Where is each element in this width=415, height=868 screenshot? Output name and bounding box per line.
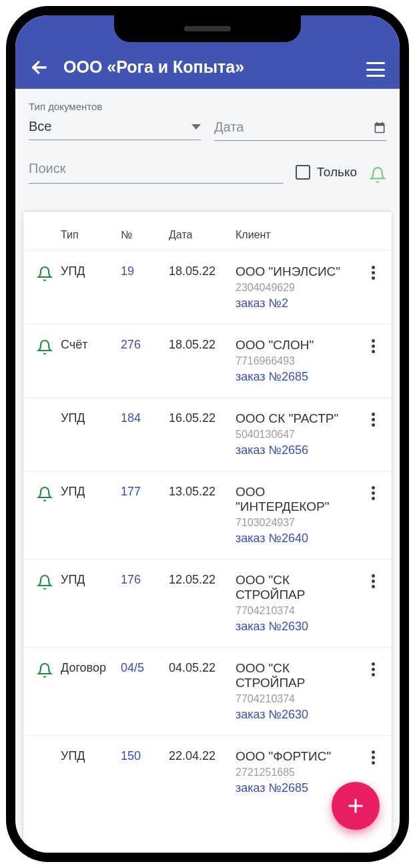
date-field: Дата bbox=[214, 101, 386, 141]
bell-cell bbox=[29, 749, 61, 750]
date-cell: 04.05.22 bbox=[169, 661, 236, 675]
bell-filter-icon[interactable] bbox=[369, 166, 386, 184]
date-cell: 12.05.22 bbox=[169, 573, 236, 587]
number-cell: 177 bbox=[121, 485, 169, 499]
order-link[interactable]: заказ №2640 bbox=[236, 531, 360, 546]
date-cell: 22.04.22 bbox=[169, 749, 236, 763]
client-inn: 7716966493 bbox=[236, 355, 360, 367]
client-name: ООО СК "РАСТР" bbox=[236, 411, 360, 426]
client-inn: 7704210374 bbox=[236, 605, 360, 617]
type-cell: УПД bbox=[61, 573, 121, 587]
number-cell: 04/5 bbox=[121, 661, 169, 675]
document-list: Тип № Дата Клиент УПД1918.05.22ООО "ИНЭЛ… bbox=[23, 212, 392, 853]
table-row[interactable]: УПД1918.05.22ООО "ИНЭЛСИС"2304049629зака… bbox=[23, 250, 392, 324]
bell-icon bbox=[37, 574, 53, 594]
add-button[interactable] bbox=[332, 782, 380, 830]
menu-icon[interactable] bbox=[366, 62, 385, 77]
table-row[interactable]: УПД17713.05.22ООО "ИНТЕРДЕКОР"7103024937… bbox=[23, 471, 392, 559]
client-name: ООО "ИНЭЛСИС" bbox=[236, 264, 360, 279]
bell-cell bbox=[29, 573, 61, 594]
doc-type-field: Тип документов Все bbox=[29, 101, 201, 141]
filter-panel: Тип документов Все Дата bbox=[15, 89, 400, 194]
notch bbox=[114, 15, 301, 42]
bell-cell bbox=[29, 411, 61, 413]
client-inn: 5040130647 bbox=[236, 429, 360, 441]
only-label: Только bbox=[317, 165, 357, 180]
client-name: ООО "СЛОН" bbox=[236, 338, 360, 353]
th-type: Тип bbox=[61, 229, 121, 241]
number-cell: 276 bbox=[121, 338, 169, 352]
date-placeholder: Дата bbox=[214, 120, 244, 135]
number-cell: 150 bbox=[121, 749, 169, 763]
order-link[interactable]: заказ №2656 bbox=[236, 443, 360, 457]
client-cell: ООО "СК СТРОЙПАР7704210374заказ №2630 bbox=[236, 661, 360, 722]
th-client: Клиент bbox=[236, 229, 360, 241]
order-link[interactable]: заказ №2 bbox=[236, 296, 360, 310]
date-cell: 18.05.22 bbox=[169, 338, 236, 352]
type-cell: УПД bbox=[61, 749, 121, 763]
more-icon[interactable] bbox=[360, 661, 386, 676]
more-icon[interactable] bbox=[360, 338, 386, 353]
client-cell: ООО "СЛОН"7716966493заказ №2685 bbox=[236, 338, 360, 384]
page-title: ООО «Рога и Копыта» bbox=[63, 57, 366, 77]
table-header: Тип № Дата Клиент bbox=[23, 217, 392, 250]
order-link[interactable]: заказ №2685 bbox=[236, 370, 360, 384]
bell-icon bbox=[37, 486, 53, 505]
number-cell: 19 bbox=[121, 264, 169, 278]
only-checkbox[interactable]: Только bbox=[296, 165, 357, 184]
bell-cell bbox=[29, 661, 61, 682]
search-input[interactable]: Поиск bbox=[29, 157, 284, 184]
chevron-down-icon bbox=[191, 124, 201, 130]
date-input[interactable]: Дата bbox=[214, 116, 386, 141]
type-cell: Договор bbox=[61, 661, 121, 675]
type-cell: УПД bbox=[61, 264, 121, 278]
screen: ООО «Рога и Копыта» Тип документов Все Д… bbox=[15, 15, 400, 853]
bell-cell bbox=[29, 264, 61, 285]
doc-type-select[interactable]: Все bbox=[29, 115, 201, 140]
table-row[interactable]: Договор04/504.05.22ООО "СК СТРОЙПАР77042… bbox=[23, 647, 392, 735]
client-name: ООО "ИНТЕРДЕКОР" bbox=[236, 485, 360, 514]
calendar-icon bbox=[373, 121, 386, 134]
type-cell: Счёт bbox=[61, 338, 121, 352]
date-cell: 13.05.22 bbox=[169, 485, 236, 499]
client-inn: 7704210374 bbox=[236, 693, 360, 705]
type-cell: УПД bbox=[61, 485, 121, 499]
search-placeholder: Поиск bbox=[29, 161, 65, 176]
table-row[interactable]: УПД17612.05.22ООО "СК СТРОЙПАР7704210374… bbox=[23, 559, 392, 647]
date-cell: 16.05.22 bbox=[169, 411, 236, 425]
phone-frame: ООО «Рога и Копыта» Тип документов Все Д… bbox=[7, 7, 408, 861]
table-row[interactable]: УПД18416.05.22ООО СК "РАСТР"5040130647за… bbox=[23, 397, 392, 471]
back-icon[interactable] bbox=[30, 58, 49, 77]
table-row[interactable]: Счёт27618.05.22ООО "СЛОН"7716966493заказ… bbox=[23, 324, 392, 397]
bell-icon bbox=[37, 266, 53, 285]
more-icon[interactable] bbox=[360, 573, 386, 588]
more-icon[interactable] bbox=[360, 411, 386, 427]
number-cell: 176 bbox=[121, 573, 169, 587]
bell-icon bbox=[37, 339, 53, 359]
client-name: ООО "СК СТРОЙПАР bbox=[236, 661, 360, 690]
client-inn: 2721251685 bbox=[236, 767, 360, 779]
checkbox-icon bbox=[296, 165, 310, 180]
client-cell: ООО "СК СТРОЙПАР7704210374заказ №2630 bbox=[236, 573, 360, 634]
order-link[interactable]: заказ №2630 bbox=[236, 620, 360, 634]
client-name: ООО "СК СТРОЙПАР bbox=[236, 573, 360, 602]
client-inn: 7103024937 bbox=[236, 517, 360, 529]
more-icon[interactable] bbox=[360, 485, 386, 500]
number-cell: 184 bbox=[121, 411, 169, 425]
client-cell: ООО "ИНЭЛСИС"2304049629заказ №2 bbox=[236, 264, 360, 310]
th-num: № bbox=[121, 229, 169, 241]
type-cell: УПД bbox=[61, 411, 121, 425]
doc-type-label: Тип документов bbox=[29, 101, 201, 112]
more-icon[interactable] bbox=[360, 749, 386, 765]
client-inn: 2304049629 bbox=[236, 282, 360, 294]
doc-type-value: Все bbox=[29, 119, 51, 134]
order-link[interactable]: заказ №2630 bbox=[236, 708, 360, 722]
more-icon[interactable] bbox=[360, 264, 386, 280]
bell-icon bbox=[37, 662, 53, 682]
client-cell: ООО СК "РАСТР"5040130647заказ №2656 bbox=[236, 411, 360, 457]
bell-cell bbox=[29, 338, 61, 359]
th-date: Дата bbox=[169, 229, 236, 241]
client-cell: ООО "ИНТЕРДЕКОР"7103024937заказ №2640 bbox=[236, 485, 360, 546]
client-name: ООО "ФОРТИС" bbox=[236, 749, 360, 764]
date-cell: 18.05.22 bbox=[169, 264, 236, 278]
